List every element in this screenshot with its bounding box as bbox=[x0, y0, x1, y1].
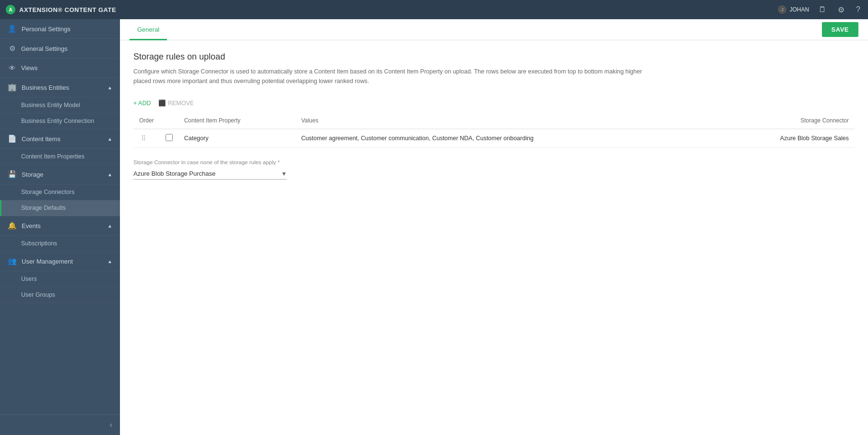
sidebar-item-subscriptions[interactable]: Subscriptions bbox=[0, 236, 120, 252]
sidebar-item-storage[interactable]: 💾 Storage ▲ bbox=[0, 165, 120, 184]
sidebar-item-label: Business Entities bbox=[22, 84, 69, 91]
chevron-up-icon: ▲ bbox=[107, 136, 112, 142]
collapse-sidebar-button[interactable]: ‹ bbox=[110, 421, 112, 429]
avatar: J bbox=[778, 5, 786, 14]
drag-handle-cell: ⠿ bbox=[133, 129, 160, 148]
storage-icon: 💾 bbox=[8, 170, 17, 179]
sidebar: 👤 Personal Settings ⚙ General Settings 👁… bbox=[0, 19, 120, 435]
chevron-down-icon: ▼ bbox=[281, 170, 287, 177]
sidebar-footer: ‹ bbox=[0, 414, 120, 435]
chevron-up-icon: ▲ bbox=[107, 85, 112, 90]
toolbar: + ADD ⬛ REMOVE bbox=[133, 96, 855, 110]
app-title: AXTENSION® CONTENT GATE bbox=[19, 6, 116, 13]
fallback-section: Storage Connector in case none of the st… bbox=[133, 159, 855, 180]
notifications-button[interactable]: 🗒 bbox=[817, 3, 828, 16]
row-checkbox[interactable] bbox=[166, 134, 173, 141]
topbar-right: J JOHAN 🗒 ⚙ ? bbox=[778, 3, 862, 16]
sidebar-sub-label: User Groups bbox=[21, 291, 55, 298]
tab-general[interactable]: General bbox=[130, 19, 167, 40]
values-cell: Customer agreement, Customer communicati… bbox=[296, 129, 716, 148]
sidebar-sub-label: Business Entity Model bbox=[21, 102, 80, 109]
sidebar-item-label: General Settings bbox=[21, 45, 68, 52]
sidebar-sub-label: Subscriptions bbox=[21, 240, 57, 247]
topbar-left: A AXTENSION® CONTENT GATE bbox=[6, 5, 116, 14]
fallback-connector-select[interactable]: Azure Blob Storage PurchaseAzure Blob St… bbox=[133, 170, 281, 177]
topbar-user: J JOHAN bbox=[778, 5, 809, 14]
page-content: Storage rules on upload Configure which … bbox=[120, 40, 868, 435]
save-button[interactable]: SAVE bbox=[822, 22, 858, 37]
remove-button[interactable]: ⬛ REMOVE bbox=[158, 97, 194, 109]
storage-connector-cell: Azure Blob Storage Sales bbox=[716, 129, 855, 148]
page-title: Storage rules on upload bbox=[133, 52, 855, 62]
col-order: Order bbox=[133, 112, 160, 129]
col-property: Content Item Property bbox=[178, 112, 296, 129]
app-logo: A bbox=[6, 5, 15, 14]
sidebar-item-personal-settings[interactable]: 👤 Personal Settings bbox=[0, 19, 120, 39]
col-values: Values bbox=[296, 112, 716, 129]
table-header: Order Content Item Property Values Stor bbox=[133, 112, 855, 129]
sidebar-item-storage-defaults[interactable]: Storage Defaults bbox=[0, 200, 120, 216]
sidebar-item-general-settings[interactable]: ⚙ General Settings bbox=[0, 39, 120, 59]
sidebar-sub-label: Storage Defaults bbox=[21, 205, 66, 211]
sidebar-item-user-management[interactable]: 👥 User Management ▲ bbox=[0, 252, 120, 271]
content-area: General SAVE Storage rules on upload Con… bbox=[120, 19, 868, 435]
sidebar-item-business-entity-model[interactable]: Business Entity Model bbox=[0, 97, 120, 113]
sidebar-item-label: Views bbox=[21, 64, 37, 72]
settings-icon-button[interactable]: ⚙ bbox=[836, 3, 846, 16]
sidebar-item-views[interactable]: 👁 Views bbox=[0, 59, 120, 78]
tabs-bar: General SAVE bbox=[120, 19, 868, 40]
sidebar-sub-label: Users bbox=[21, 276, 37, 282]
sidebar-item-storage-connectors[interactable]: Storage Connectors bbox=[0, 184, 120, 200]
general-settings-icon: ⚙ bbox=[8, 44, 16, 53]
sidebar-item-label: User Management bbox=[22, 258, 73, 265]
sidebar-item-users[interactable]: Users bbox=[0, 271, 120, 287]
sidebar-sub-label: Content Item Properties bbox=[21, 153, 84, 160]
tabs-list: General bbox=[130, 19, 167, 40]
user-management-icon: 👥 bbox=[8, 257, 17, 266]
chevron-up-icon: ▲ bbox=[107, 259, 112, 264]
content-items-icon: 📄 bbox=[8, 134, 17, 143]
sidebar-item-business-entities[interactable]: 🏢 Business Entities ▲ bbox=[0, 78, 120, 97]
business-entities-icon: 🏢 bbox=[8, 83, 17, 92]
username: JOHAN bbox=[789, 6, 809, 13]
fallback-label: Storage Connector in case none of the st… bbox=[133, 159, 855, 165]
personal-settings-icon: 👤 bbox=[8, 24, 17, 33]
fallback-select-wrap: Azure Blob Storage PurchaseAzure Blob St… bbox=[133, 168, 287, 180]
events-icon: 🔔 bbox=[8, 221, 17, 230]
sidebar-item-content-items[interactable]: 📄 Content Items ▲ bbox=[0, 129, 120, 149]
views-icon: 👁 bbox=[8, 64, 16, 72]
table-row: ⠿ Category Customer agreement, Customer … bbox=[133, 129, 855, 148]
col-storage-connector: Storage Connector bbox=[716, 112, 855, 129]
col-checkbox-header bbox=[160, 112, 178, 129]
drag-handle-icon[interactable]: ⠿ bbox=[139, 134, 148, 142]
page-description: Configure which Storage Connector is use… bbox=[133, 67, 661, 86]
main-layout: 👤 Personal Settings ⚙ General Settings 👁… bbox=[0, 19, 868, 435]
sidebar-item-content-item-properties[interactable]: Content Item Properties bbox=[0, 149, 120, 165]
chevron-up-icon: ▲ bbox=[107, 172, 112, 177]
checkbox-cell bbox=[160, 129, 178, 148]
sidebar-item-events[interactable]: 🔔 Events ▲ bbox=[0, 216, 120, 236]
topbar: A AXTENSION® CONTENT GATE J JOHAN 🗒 ⚙ ? bbox=[0, 0, 868, 19]
sidebar-item-user-groups[interactable]: User Groups bbox=[0, 287, 120, 303]
sidebar-item-label: Events bbox=[22, 222, 41, 230]
sidebar-item-business-entity-connection[interactable]: Business Entity Connection bbox=[0, 113, 120, 129]
sidebar-item-label: Storage bbox=[22, 171, 44, 178]
sidebar-sub-label: Business Entity Connection bbox=[21, 118, 94, 124]
sidebar-item-label: Content Items bbox=[22, 135, 60, 143]
property-cell: Category bbox=[178, 129, 296, 148]
storage-rules-table: Order Content Item Property Values Stor bbox=[133, 112, 855, 148]
help-button[interactable]: ? bbox=[854, 3, 862, 16]
add-button[interactable]: + ADD bbox=[133, 98, 151, 109]
chevron-up-icon: ▲ bbox=[107, 223, 112, 229]
sidebar-item-label: Personal Settings bbox=[22, 25, 71, 33]
sidebar-sub-label: Storage Connectors bbox=[21, 189, 74, 195]
